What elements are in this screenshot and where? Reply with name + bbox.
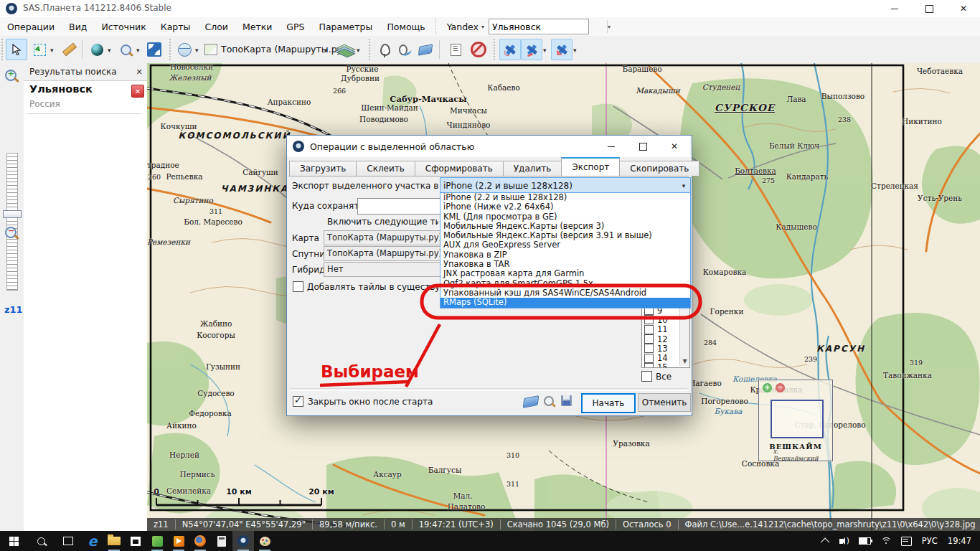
minimap[interactable]: + − ВЕШКАЙМ х. Вешкаймский <box>758 380 833 461</box>
menu-item[interactable]: Параметры <box>312 17 380 36</box>
zoom-slider-thumb[interactable] <box>3 210 22 218</box>
window-close-button[interactable]: ✕ <box>947 0 980 17</box>
checkbox-icon[interactable] <box>644 354 654 363</box>
zoom-level-row[interactable]: 10 <box>644 315 668 324</box>
taskbar-file-explorer[interactable] <box>103 531 125 551</box>
tray-language[interactable]: РУС <box>917 531 943 551</box>
fullscreen-button[interactable] <box>143 39 165 60</box>
taskbar-firefox[interactable] <box>189 531 211 551</box>
task-view-button[interactable] <box>55 531 82 551</box>
gps-track-dropdown[interactable]: ▾ <box>543 47 547 54</box>
tray-chevron-up[interactable] <box>818 531 834 551</box>
window-minimize-button[interactable] <box>878 0 911 17</box>
route-button[interactable] <box>395 39 416 60</box>
selection-tool-button[interactable] <box>29 39 50 60</box>
menu-item[interactable]: Карты <box>154 17 198 36</box>
zoom-in-button[interactable] <box>5 70 17 81</box>
window-maximize-button[interactable] <box>913 0 946 17</box>
search-engine-selector[interactable]: Yandex ▾ <box>443 22 489 32</box>
menu-item[interactable]: Слои <box>197 17 235 36</box>
row-value-combobox[interactable]: ТопоКарта (Маршруты.ру) <box>324 246 441 261</box>
close-after-start-checkbox[interactable]: Закрыть окно после старта <box>293 396 433 407</box>
selection-polygon-icon[interactable] <box>523 395 539 408</box>
taskbar-media-player[interactable] <box>168 531 189 551</box>
map-type-dropdown[interactable]: ▾ <box>324 47 328 54</box>
gps-goto-dropdown[interactable]: ▾ <box>573 47 577 54</box>
taskbar-edge[interactable]: e <box>82 531 103 551</box>
format-option[interactable]: Ogf2 карта для SmartComGPS 1.5x <box>440 279 690 288</box>
menu-item[interactable]: Помощь <box>380 17 432 36</box>
checkbox-icon[interactable] <box>644 315 654 324</box>
start-button[interactable] <box>0 531 27 551</box>
checkbox-icon[interactable] <box>293 281 303 292</box>
search-result-item[interactable]: Ульяновск <box>29 83 93 95</box>
globe-dropdown[interactable]: ▾ <box>108 47 111 54</box>
save-to-input[interactable] <box>357 198 441 215</box>
source-dropdown[interactable]: ▾ <box>195 47 199 54</box>
zoom-out-button[interactable] <box>5 227 17 238</box>
dialog-tab[interactable]: Сформировать <box>415 161 504 176</box>
ruler-tool-button[interactable] <box>59 39 80 60</box>
format-option[interactable]: Мобильные Яндекс.Карты (версия 3) <box>440 222 690 231</box>
dialog-tab[interactable]: Скопировать <box>619 161 699 176</box>
geo-search-input[interactable] <box>489 22 607 32</box>
geo-search-combobox[interactable]: ▾ <box>489 19 589 34</box>
chevron-down-icon[interactable]: ▾ <box>677 182 690 189</box>
format-option[interactable]: AUX для GeoExpress Server <box>440 240 690 250</box>
dialog-tab[interactable]: Загрузить <box>289 161 357 176</box>
layers-button[interactable] <box>334 39 356 60</box>
save-selection-icon[interactable] <box>561 395 572 406</box>
tray-notifications[interactable] <box>896 531 917 551</box>
format-option[interactable]: Упаковка в TAR <box>440 260 690 269</box>
all-zooms-checkbox[interactable]: Все <box>641 371 672 382</box>
format-option[interactable]: Упаковка в ZIP <box>440 250 690 260</box>
tray-wifi[interactable] <box>876 531 896 551</box>
menu-item[interactable]: GPS <box>279 17 311 36</box>
chevron-down-icon[interactable]: ▾ <box>607 20 611 33</box>
minimap-view-rect[interactable] <box>771 400 824 438</box>
dialog-tab[interactable]: Склеить <box>356 161 415 176</box>
zoom-level-row[interactable]: 11 <box>644 325 668 334</box>
zoom-level-row[interactable]: 13 <box>644 344 668 353</box>
hide-marks-button[interactable] <box>468 39 489 60</box>
scroll-down-arrow[interactable]: ▼ <box>680 357 689 366</box>
append-tiles-checkbox[interactable]: Добавлять тайлы в существующую б <box>293 281 438 292</box>
tray-clock[interactable]: 19:47 <box>943 531 980 551</box>
taskbar-paint[interactable] <box>254 531 275 551</box>
dialog-tab[interactable]: Удалить <box>503 161 562 176</box>
export-format-combobox[interactable]: iPhone (2.2 и выше 128x128) ▾ <box>440 177 691 194</box>
dialog-maximize-button[interactable] <box>627 136 659 157</box>
zoom-tool-button[interactable] <box>115 39 136 60</box>
menu-item[interactable]: Операции <box>0 17 62 36</box>
taskbar-sas-planet[interactable] <box>232 531 254 551</box>
minimap-zoom-out-button[interactable]: − <box>776 383 785 392</box>
start-button[interactable]: Начать <box>581 393 636 413</box>
internet-source-button[interactable] <box>174 39 195 60</box>
map-sheet-button[interactable] <box>202 39 220 60</box>
tray-battery[interactable] <box>854 531 876 551</box>
checkbox-icon[interactable] <box>641 371 652 382</box>
zoom-selection-icon[interactable] <box>544 396 554 406</box>
zoom-level-row[interactable]: 14 <box>644 353 668 362</box>
checkbox-icon[interactable] <box>293 396 303 407</box>
remove-result-button[interactable]: ✕ <box>131 85 144 98</box>
row-value-combobox[interactable]: ТопоКарта (Маршруты.ру) <box>324 230 441 245</box>
format-option[interactable]: Упакованный кэш для SAS4WinCE/SAS4Androi… <box>440 288 690 298</box>
menu-item[interactable]: Вид <box>62 17 94 36</box>
pan-tool-button[interactable] <box>6 39 27 60</box>
minimap-zoom-in-button[interactable]: + <box>763 383 772 392</box>
gps-connect-button[interactable] <box>499 39 521 60</box>
checkbox-icon[interactable] <box>644 363 654 368</box>
zoom-level-row[interactable]: 15 <box>644 363 668 368</box>
selection-tool-dropdown[interactable]: ▾ <box>50 47 54 54</box>
format-option[interactable]: Мобильные Яндекс.Карты (версия 3.91 и вы… <box>440 231 690 240</box>
row-value-combobox[interactable]: Нет <box>324 262 441 277</box>
gps-goto-button[interactable] <box>551 39 573 60</box>
menu-item[interactable]: Метки <box>235 17 279 36</box>
dark-globe-button[interactable] <box>86 39 108 60</box>
placemark-manager-button[interactable] <box>445 39 466 60</box>
format-option[interactable]: iPhone (2.2 и выше 128x128) <box>440 193 690 202</box>
dialog-close-button[interactable]: ✕ <box>659 136 690 157</box>
dialog-minimize-button[interactable] <box>595 136 627 157</box>
gps-track-button[interactable] <box>521 39 542 60</box>
